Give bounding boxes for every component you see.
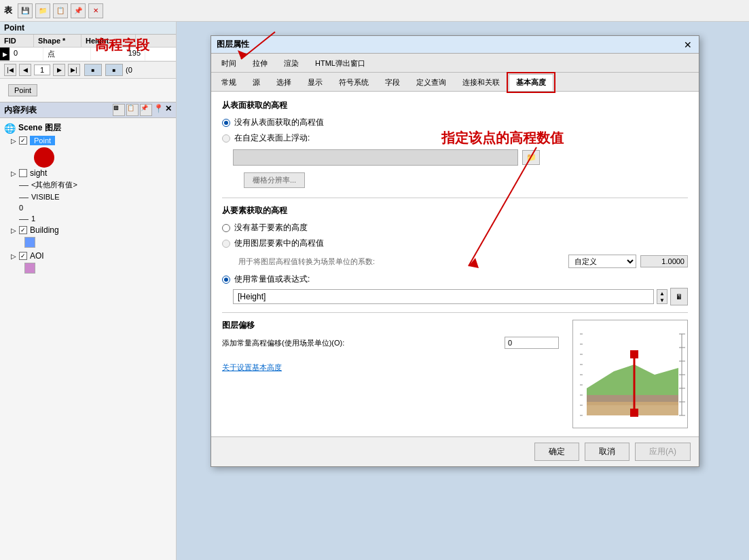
radio-no-surface[interactable]: 没有从表面获取的高程值: [222, 117, 688, 128]
from-element-section: 从要素获取的高程 没有基于要素的高度 使用图层要素中的高程值: [222, 205, 688, 305]
grid-resolution-btn[interactable]: 栅格分辨率...: [244, 172, 305, 188]
tab-time[interactable]: 时间: [214, 55, 244, 72]
scene-label: Scene 图层: [18, 122, 61, 134]
cancel-button[interactable]: 取消: [585, 443, 629, 461]
dialog-body: 从表面获取的高程 没有从表面获取的高程值 在自定义表面上浮动: 📁: [211, 92, 699, 436]
surface-dropdown-row: 📁: [233, 149, 688, 166]
nav-current[interactable]: 1: [34, 64, 50, 75]
expand-icon-building[interactable]: ▷: [11, 227, 16, 234]
from-surface-title: 从表面获取的高程: [222, 100, 688, 111]
tab-stretch[interactable]: 拉伸: [245, 55, 275, 72]
radio-no-element[interactable]: 没有基于要素的高度: [222, 222, 688, 234]
copy-button[interactable]: 📋: [53, 3, 68, 18]
radio-no-surface-input[interactable]: [222, 119, 230, 127]
content-list-title: 内容列表: [4, 105, 37, 116]
paste-button[interactable]: 📌: [71, 3, 86, 18]
checkbox-sight[interactable]: [19, 169, 27, 177]
calc-button[interactable]: 🖩: [670, 288, 688, 305]
surface-dropdown[interactable]: [233, 149, 518, 166]
layer-item-point[interactable]: ▷ Point: [0, 135, 176, 146]
tabs-row2: 常规 源 选择 显示 符号系统 字段 定义查询 连接和关联 基本高度: [211, 73, 699, 91]
view-btn2[interactable]: ■: [105, 64, 123, 76]
surface-folder-btn[interactable]: 📁: [522, 150, 540, 165]
col-height: Height: [81, 35, 136, 47]
checkbox-aoi[interactable]: [19, 252, 27, 260]
layer-item-sight[interactable]: ▷ sight: [0, 168, 176, 179]
section-divider-2: [222, 312, 688, 313]
expand-icon-sight[interactable]: ▷: [11, 170, 16, 177]
cell-shape: 点: [43, 48, 91, 60]
tab-fields[interactable]: 字段: [378, 74, 407, 91]
offset-input[interactable]: [505, 337, 559, 349]
subitem-label-2: VISIBLE: [31, 193, 60, 201]
tab-general[interactable]: 常规: [214, 74, 244, 91]
radio-use-constant-input[interactable]: [222, 276, 230, 284]
tab-selection[interactable]: 选择: [269, 74, 299, 91]
point-table: FID Shape * Height ▶ 0 点 195: [0, 35, 176, 62]
tab-joins-relates[interactable]: 连接和关联: [455, 74, 507, 91]
nav-prev[interactable]: ◀: [19, 64, 31, 76]
dialog-close-button[interactable]: ✕: [682, 39, 693, 50]
apply-button[interactable]: 应用(A): [635, 443, 691, 461]
nav-first[interactable]: |◀: [4, 64, 16, 76]
radio-float-surface-label: 在自定义表面上浮动:: [234, 132, 310, 144]
radio-float-surface[interactable]: 在自定义表面上浮动:: [222, 132, 688, 144]
coeff-dropdown[interactable]: 自定义: [568, 255, 636, 268]
scene-layer-section: 🌐 Scene 图层: [0, 121, 176, 135]
expand-icon-point[interactable]: ▷: [11, 137, 16, 145]
sight-subitem-2: — VISIBLE: [19, 191, 176, 203]
radio-float-surface-input[interactable]: [222, 134, 230, 143]
close-list-icon[interactable]: ✕: [165, 104, 172, 116]
content-list-tools: ⊞ 📋 📌 📍 ✕: [113, 104, 172, 116]
nav-next[interactable]: ▶: [53, 64, 65, 76]
layer-item-building[interactable]: ▷ Building: [0, 225, 176, 236]
table-header: FID Shape * Height: [0, 35, 176, 48]
tool-btn-3[interactable]: 📌: [140, 104, 152, 116]
point-button[interactable]: Point: [8, 84, 37, 96]
tabs-container: 时间 拉伸 渲染 HTML弹出窗口 常规 源 选择 显示 符号系统 字段 定义查…: [211, 54, 699, 92]
radio-use-constant[interactable]: 使用常量值或表达式:: [222, 274, 688, 285]
tab-definition-query[interactable]: 定义查询: [409, 74, 454, 91]
svg-rect-14: [630, 350, 638, 358]
ok-button[interactable]: 确定: [534, 443, 579, 461]
sight-subitems: — <其他所有值> — VISIBLE 0 — 1: [0, 179, 176, 225]
expression-input[interactable]: [233, 289, 654, 304]
coeff-value-input[interactable]: [640, 255, 688, 267]
offset-label: 添加常量高程偏移(使用场景单位)(O):: [222, 338, 499, 348]
tab-base-height[interactable]: 基本高度: [509, 74, 553, 91]
tab-source[interactable]: 源: [245, 74, 268, 91]
tab-symbology[interactable]: 符号系统: [331, 74, 376, 91]
base-height-link[interactable]: 关于设置基本高度: [222, 362, 282, 373]
col-shape: Shape *: [34, 35, 81, 47]
radio-no-element-input[interactable]: [222, 224, 230, 232]
dialog-title-bar: 图层属性 ✕: [211, 36, 699, 54]
tab-html-popup[interactable]: HTML弹出窗口: [308, 55, 373, 72]
spin-button[interactable]: ▲ ▼: [657, 289, 668, 304]
tool-btn-1[interactable]: ⊞: [113, 104, 125, 116]
cell-height: 195: [91, 48, 145, 60]
tab-render[interactable]: 渲染: [276, 55, 306, 72]
subitem-label-4: 1: [31, 214, 35, 223]
layer-item-aoi[interactable]: ▷ AOI: [0, 250, 176, 261]
dialog-title: 图层属性: [217, 39, 249, 50]
radio-use-layer-label: 使用图层要素中的高程值: [234, 238, 324, 249]
radio-use-layer[interactable]: 使用图层要素中的高程值: [222, 238, 688, 249]
radio-no-element-label: 没有基于要素的高度: [234, 222, 308, 234]
dash-1: —: [19, 179, 29, 190]
tab-display[interactable]: 显示: [300, 74, 330, 91]
save-button[interactable]: 💾: [18, 3, 33, 18]
sight-subitem-3: 0: [19, 203, 176, 212]
view-btn1[interactable]: ■: [84, 64, 102, 76]
expand-icon-aoi[interactable]: ▷: [11, 253, 16, 260]
offset-section: 图层偏移 添加常量高程偏移(使用场景单位)(O): 关于设置基本高度: [222, 320, 688, 428]
offset-input-row: 添加常量高程偏移(使用场景单位)(O):: [222, 337, 559, 349]
radio-use-layer-input[interactable]: [222, 240, 230, 248]
checkbox-building[interactable]: [19, 226, 27, 234]
delete-button[interactable]: ✕: [88, 3, 103, 18]
nav-last[interactable]: ▶|: [68, 64, 80, 76]
layer-label-aoi: AOI: [30, 251, 44, 261]
pin-icon[interactable]: 📍: [153, 104, 164, 116]
checkbox-point[interactable]: [19, 136, 27, 145]
tool-btn-2[interactable]: 📋: [126, 104, 139, 116]
open-button[interactable]: 📁: [35, 3, 50, 18]
